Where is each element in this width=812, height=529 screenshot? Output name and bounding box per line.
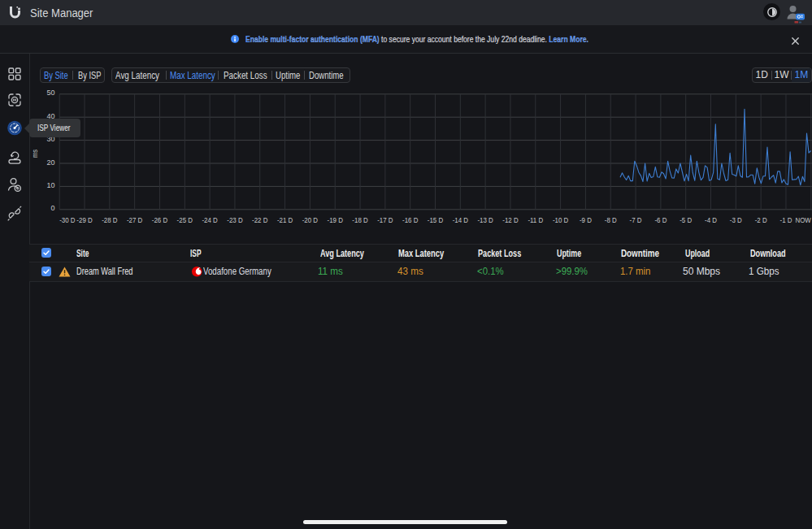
svg-text:-25 D: -25 D — [177, 215, 193, 224]
svg-text:-12 D: -12 D — [502, 215, 518, 224]
svg-text:-17 D: -17 D — [377, 215, 393, 224]
svg-text:ms: ms — [30, 150, 39, 158]
svg-text:10: 10 — [46, 181, 54, 189]
svg-text:-6 D: -6 D — [654, 215, 667, 224]
svg-text:20: 20 — [46, 158, 54, 167]
svg-text:-29 D: -29 D — [76, 215, 92, 224]
svg-text:-9 D: -9 D — [580, 215, 592, 224]
svg-text:-14 D: -14 D — [453, 215, 468, 224]
svg-text:-26 D: -26 D — [152, 215, 167, 224]
svg-text:-11 D: -11 D — [528, 215, 543, 224]
svg-text:-24 D: -24 D — [202, 215, 217, 224]
svg-text:-7 D: -7 D — [630, 215, 642, 224]
svg-text:-10 D: -10 D — [553, 215, 568, 224]
svg-text:-22 D: -22 D — [252, 215, 267, 224]
svg-text:50: 50 — [46, 89, 54, 97]
svg-text:NOW: NOW — [795, 215, 810, 224]
svg-text:-8 D: -8 D — [605, 215, 617, 224]
svg-text:-19 D: -19 D — [328, 215, 343, 224]
svg-text:-1 D: -1 D — [780, 215, 792, 224]
svg-text:-21 D: -21 D — [277, 215, 293, 224]
svg-text:-27 D: -27 D — [127, 215, 142, 224]
svg-text:-23 D: -23 D — [227, 215, 242, 224]
svg-text:-16 D: -16 D — [402, 215, 418, 224]
svg-text:-5 D: -5 D — [680, 215, 692, 224]
svg-text:-13 D: -13 D — [477, 215, 493, 224]
svg-text:-28 D: -28 D — [102, 215, 117, 224]
svg-text:-18 D: -18 D — [352, 215, 367, 224]
svg-text:-3 D: -3 D — [730, 215, 742, 224]
svg-text:-15 D: -15 D — [428, 215, 443, 224]
svg-text:-20 D: -20 D — [302, 215, 318, 224]
svg-text:-30 D: -30 D — [59, 215, 75, 224]
svg-text:0: 0 — [50, 204, 54, 212]
svg-text:-4 D: -4 D — [705, 215, 717, 224]
svg-text:-2 D: -2 D — [755, 215, 767, 224]
